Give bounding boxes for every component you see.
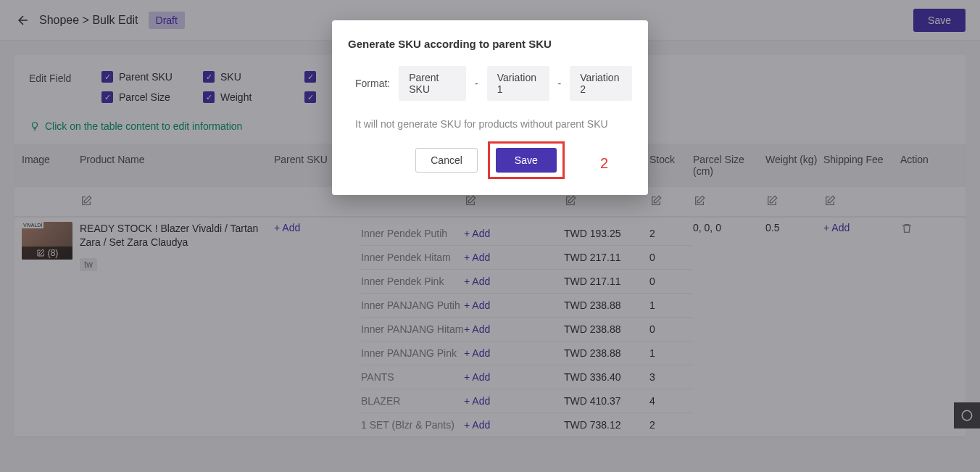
- generate-sku-modal: Generate SKU according to parent SKU For…: [332, 20, 648, 195]
- format-sep: -: [475, 78, 478, 89]
- modal-overlay[interactable]: Generate SKU according to parent SKU For…: [0, 0, 980, 472]
- format-row: Format: Parent SKU - Variation 1 - Varia…: [348, 66, 632, 101]
- cancel-button[interactable]: Cancel: [415, 148, 478, 173]
- format-label: Format:: [355, 78, 390, 89]
- save-button[interactable]: Save: [496, 148, 557, 173]
- annotation-number: 2: [600, 155, 608, 172]
- format-chip-var2[interactable]: Variation 2: [570, 66, 632, 101]
- format-chip-parent[interactable]: Parent SKU: [399, 66, 466, 101]
- format-chip-var1[interactable]: Variation 1: [487, 66, 549, 101]
- annotation-box: Save: [488, 141, 565, 179]
- modal-note: It will not generate SKU for products wi…: [348, 118, 632, 130]
- format-sep: -: [558, 78, 562, 89]
- modal-title: Generate SKU according to parent SKU: [348, 38, 632, 50]
